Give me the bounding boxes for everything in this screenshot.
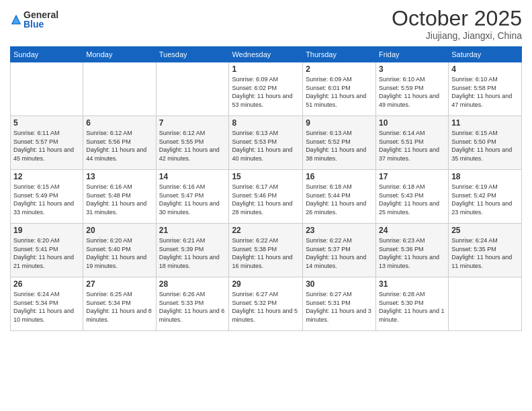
calendar-cell	[83, 62, 156, 116]
day-info: Sunrise: 6:25 AM Sunset: 5:34 PM Dayligh…	[86, 290, 152, 324]
calendar-cell: 31Sunrise: 6:28 AM Sunset: 5:30 PM Dayli…	[376, 277, 449, 331]
calendar-cell: 21Sunrise: 6:21 AM Sunset: 5:39 PM Dayli…	[156, 224, 229, 277]
calendar-cell: 1Sunrise: 6:09 AM Sunset: 6:02 PM Daylig…	[229, 62, 303, 116]
calendar-cell	[11, 62, 83, 116]
day-number: 8	[232, 118, 300, 128]
day-info: Sunrise: 6:23 AM Sunset: 5:36 PM Dayligh…	[379, 236, 445, 270]
day-number: 21	[159, 226, 226, 235]
weekday-header-tuesday: Tuesday	[156, 47, 229, 62]
day-info: Sunrise: 6:27 AM Sunset: 5:32 PM Dayligh…	[232, 290, 300, 324]
day-number: 19	[13, 226, 80, 235]
day-number: 27	[86, 279, 152, 289]
week-row-4: 26Sunrise: 6:24 AM Sunset: 5:34 PM Dayli…	[11, 277, 522, 331]
calendar-cell: 13Sunrise: 6:16 AM Sunset: 5:48 PM Dayli…	[83, 170, 156, 224]
calendar-cell: 17Sunrise: 6:18 AM Sunset: 5:43 PM Dayli…	[376, 170, 449, 224]
day-number: 29	[232, 279, 300, 289]
calendar-cell: 5Sunrise: 6:11 AM Sunset: 5:57 PM Daylig…	[11, 116, 83, 170]
day-info: Sunrise: 6:12 AM Sunset: 5:55 PM Dayligh…	[159, 129, 226, 163]
day-info: Sunrise: 6:21 AM Sunset: 5:39 PM Dayligh…	[159, 236, 226, 270]
calendar-cell: 2Sunrise: 6:09 AM Sunset: 6:01 PM Daylig…	[303, 62, 376, 116]
day-info: Sunrise: 6:18 AM Sunset: 5:44 PM Dayligh…	[306, 183, 373, 216]
calendar-cell: 12Sunrise: 6:15 AM Sunset: 5:49 PM Dayli…	[11, 170, 83, 224]
day-number: 22	[232, 226, 300, 235]
day-number: 6	[86, 118, 152, 128]
weekday-header-friday: Friday	[376, 47, 449, 62]
day-info: Sunrise: 6:24 AM Sunset: 5:34 PM Dayligh…	[13, 290, 80, 324]
day-info: Sunrise: 6:09 AM Sunset: 6:01 PM Dayligh…	[306, 75, 373, 109]
calendar-cell: 25Sunrise: 6:24 AM Sunset: 5:35 PM Dayli…	[449, 224, 522, 277]
calendar-cell: 7Sunrise: 6:12 AM Sunset: 5:55 PM Daylig…	[156, 116, 229, 170]
calendar-cell: 28Sunrise: 6:26 AM Sunset: 5:33 PM Dayli…	[156, 277, 229, 331]
day-info: Sunrise: 6:22 AM Sunset: 5:38 PM Dayligh…	[232, 236, 300, 270]
weekday-header-sunday: Sunday	[11, 47, 83, 62]
calendar-cell: 4Sunrise: 6:10 AM Sunset: 5:58 PM Daylig…	[449, 62, 522, 116]
calendar-cell: 24Sunrise: 6:23 AM Sunset: 5:36 PM Dayli…	[376, 224, 449, 277]
week-row-2: 12Sunrise: 6:15 AM Sunset: 5:49 PM Dayli…	[11, 170, 522, 224]
calendar-cell: 20Sunrise: 6:20 AM Sunset: 5:40 PM Dayli…	[83, 224, 156, 277]
week-row-0: 1Sunrise: 6:09 AM Sunset: 6:02 PM Daylig…	[11, 62, 522, 116]
day-number: 3	[379, 64, 445, 74]
day-number: 10	[379, 118, 445, 128]
day-info: Sunrise: 6:22 AM Sunset: 5:37 PM Dayligh…	[306, 236, 373, 270]
calendar-cell: 22Sunrise: 6:22 AM Sunset: 5:38 PM Dayli…	[229, 224, 303, 277]
weekday-header-monday: Monday	[83, 47, 156, 62]
calendar-cell: 6Sunrise: 6:12 AM Sunset: 5:56 PM Daylig…	[83, 116, 156, 170]
day-info: Sunrise: 6:17 AM Sunset: 5:46 PM Dayligh…	[232, 183, 300, 216]
day-number: 20	[86, 226, 152, 235]
title-area: October 2025 Jiujiang, Jiangxi, China	[392, 7, 522, 41]
header-area: General Blue October 2025 Jiujiang, Jian…	[10, 7, 522, 41]
day-number: 12	[13, 172, 80, 181]
calendar-cell: 18Sunrise: 6:19 AM Sunset: 5:42 PM Dayli…	[449, 170, 522, 224]
day-number: 28	[159, 279, 226, 289]
day-info: Sunrise: 6:27 AM Sunset: 5:31 PM Dayligh…	[306, 290, 373, 324]
day-info: Sunrise: 6:14 AM Sunset: 5:51 PM Dayligh…	[379, 129, 445, 163]
month-title: October 2025	[392, 7, 522, 30]
calendar-cell: 26Sunrise: 6:24 AM Sunset: 5:34 PM Dayli…	[11, 277, 83, 331]
day-number: 15	[232, 172, 300, 181]
week-row-3: 19Sunrise: 6:20 AM Sunset: 5:41 PM Dayli…	[11, 224, 522, 277]
day-number: 1	[232, 64, 300, 74]
day-info: Sunrise: 6:12 AM Sunset: 5:56 PM Dayligh…	[86, 129, 152, 163]
logo-general: General	[24, 10, 58, 19]
day-number: 14	[159, 172, 226, 181]
calendar-cell: 27Sunrise: 6:25 AM Sunset: 5:34 PM Dayli…	[83, 277, 156, 331]
day-number: 5	[13, 118, 80, 128]
day-number: 24	[379, 226, 445, 235]
calendar-table: SundayMondayTuesdayWednesdayThursdayFrid…	[10, 46, 522, 331]
day-number: 2	[306, 64, 373, 74]
day-info: Sunrise: 6:18 AM Sunset: 5:43 PM Dayligh…	[379, 183, 445, 216]
page-container: General Blue October 2025 Jiujiang, Jian…	[0, 0, 532, 338]
calendar-cell: 29Sunrise: 6:27 AM Sunset: 5:32 PM Dayli…	[229, 277, 303, 331]
day-info: Sunrise: 6:13 AM Sunset: 5:52 PM Dayligh…	[306, 129, 373, 163]
day-info: Sunrise: 6:20 AM Sunset: 5:40 PM Dayligh…	[86, 236, 152, 270]
day-info: Sunrise: 6:11 AM Sunset: 5:57 PM Dayligh…	[13, 129, 80, 163]
calendar-cell: 8Sunrise: 6:13 AM Sunset: 5:53 PM Daylig…	[229, 116, 303, 170]
day-info: Sunrise: 6:19 AM Sunset: 5:42 PM Dayligh…	[451, 183, 519, 216]
day-info: Sunrise: 6:15 AM Sunset: 5:50 PM Dayligh…	[451, 129, 519, 163]
day-number: 7	[159, 118, 226, 128]
location: Jiujiang, Jiangxi, China	[392, 30, 522, 41]
day-info: Sunrise: 6:09 AM Sunset: 6:02 PM Dayligh…	[232, 75, 300, 109]
day-info: Sunrise: 6:28 AM Sunset: 5:30 PM Dayligh…	[379, 290, 445, 324]
day-number: 26	[13, 279, 80, 289]
day-info: Sunrise: 6:24 AM Sunset: 5:35 PM Dayligh…	[451, 236, 519, 270]
day-number: 9	[306, 118, 373, 128]
logo-blue: Blue	[24, 19, 58, 29]
day-number: 4	[451, 64, 519, 74]
week-row-1: 5Sunrise: 6:11 AM Sunset: 5:57 PM Daylig…	[11, 116, 522, 170]
calendar-cell	[156, 62, 229, 116]
day-info: Sunrise: 6:15 AM Sunset: 5:49 PM Dayligh…	[13, 183, 80, 216]
weekday-header-thursday: Thursday	[303, 47, 376, 62]
day-info: Sunrise: 6:10 AM Sunset: 5:59 PM Dayligh…	[379, 75, 445, 109]
day-info: Sunrise: 6:26 AM Sunset: 5:33 PM Dayligh…	[159, 290, 226, 324]
calendar-cell: 11Sunrise: 6:15 AM Sunset: 5:50 PM Dayli…	[449, 116, 522, 170]
day-number: 17	[379, 172, 445, 181]
day-number: 13	[86, 172, 152, 181]
calendar-cell: 3Sunrise: 6:10 AM Sunset: 5:59 PM Daylig…	[376, 62, 449, 116]
calendar-cell: 9Sunrise: 6:13 AM Sunset: 5:52 PM Daylig…	[303, 116, 376, 170]
calendar-cell: 15Sunrise: 6:17 AM Sunset: 5:46 PM Dayli…	[229, 170, 303, 224]
logo: General Blue	[10, 10, 58, 29]
calendar-cell: 30Sunrise: 6:27 AM Sunset: 5:31 PM Dayli…	[303, 277, 376, 331]
day-number: 23	[306, 226, 373, 235]
day-number: 25	[451, 226, 519, 235]
